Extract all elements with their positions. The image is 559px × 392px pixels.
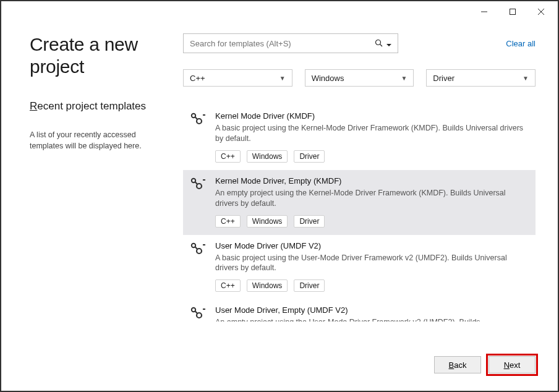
minimize-button[interactable] bbox=[470, 2, 498, 21]
clear-all-link[interactable]: Clear all bbox=[506, 39, 536, 48]
template-body: User Mode Driver, Empty (UMDF V2)An empt… bbox=[215, 305, 528, 322]
svg-point-8 bbox=[197, 119, 202, 124]
svg-marker-6 bbox=[386, 44, 391, 46]
platform-filter[interactable]: Windows ▼ bbox=[305, 69, 414, 87]
driver-icon bbox=[190, 176, 207, 228]
left-column: Create a new project Recent project temp… bbox=[30, 33, 183, 322]
svg-rect-1 bbox=[510, 9, 516, 15]
template-body: User Mode Driver (UMDF V2)A basic projec… bbox=[215, 241, 528, 292]
project-type-filter[interactable]: Driver ▼ bbox=[426, 69, 536, 87]
platform-filter-value: Windows bbox=[312, 74, 344, 83]
close-button[interactable] bbox=[527, 2, 555, 21]
template-tag: C++ bbox=[215, 215, 241, 228]
content-area: Create a new project Recent project temp… bbox=[1, 22, 558, 322]
search-row: Clear all bbox=[183, 33, 536, 53]
project-type-filter-value: Driver bbox=[433, 74, 454, 83]
search-box[interactable] bbox=[183, 33, 398, 53]
language-filter[interactable]: C++ ▼ bbox=[183, 69, 292, 87]
svg-point-4 bbox=[376, 40, 381, 45]
template-tag: C++ bbox=[215, 150, 241, 163]
chevron-down-icon: ▼ bbox=[280, 75, 286, 82]
template-item[interactable]: Kernel Mode Driver (KMDF)A basic project… bbox=[183, 105, 536, 170]
titlebar bbox=[1, 1, 558, 22]
template-title: Kernel Mode Driver (KMDF) bbox=[215, 111, 528, 121]
recent-templates-desc: A list of your recently accessed templat… bbox=[30, 130, 171, 151]
recent-templates-heading: Recent project templates bbox=[30, 100, 171, 113]
template-item[interactable]: Kernel Mode Driver, Empty (KMDF)An empty… bbox=[183, 170, 536, 235]
back-button[interactable]: Back bbox=[434, 356, 481, 373]
template-desc: An empty project using the Kernel-Mode D… bbox=[215, 188, 528, 209]
template-tag: Windows bbox=[247, 279, 288, 292]
right-column: Clear all C++ ▼ Windows ▼ Driver ▼ Kerne… bbox=[183, 33, 536, 322]
minimize-icon bbox=[480, 8, 488, 15]
language-filter-value: C++ bbox=[190, 74, 205, 83]
template-desc: A basic project using the Kernel-Mode Dr… bbox=[215, 123, 528, 144]
template-tag: Windows bbox=[247, 215, 288, 228]
template-title: Kernel Mode Driver, Empty (KMDF) bbox=[215, 176, 528, 185]
svg-line-5 bbox=[380, 45, 383, 47]
template-tags: C++WindowsDriver bbox=[215, 279, 528, 292]
page-title: Create a new project bbox=[30, 33, 171, 78]
template-tag: Driver bbox=[294, 150, 325, 163]
template-tag: C++ bbox=[215, 279, 241, 292]
driver-icon bbox=[190, 111, 207, 163]
driver-icon bbox=[190, 305, 207, 322]
template-title: User Mode Driver, Empty (UMDF V2) bbox=[215, 305, 528, 315]
template-tags: C++WindowsDriver bbox=[215, 150, 528, 163]
svg-point-17 bbox=[197, 313, 202, 318]
template-item[interactable]: User Mode Driver, Empty (UMDF V2)An empt… bbox=[183, 299, 536, 322]
close-icon bbox=[537, 8, 545, 15]
chevron-down-icon: ▼ bbox=[523, 75, 529, 82]
chevron-down-icon: ▼ bbox=[401, 75, 407, 82]
search-dropdown-icon[interactable] bbox=[386, 40, 393, 46]
template-list: Kernel Mode Driver (KMDF)A basic project… bbox=[183, 105, 536, 322]
template-tags: C++WindowsDriver bbox=[215, 215, 528, 228]
template-body: Kernel Mode Driver (KMDF)A basic project… bbox=[215, 111, 528, 163]
template-tag: Driver bbox=[294, 279, 325, 292]
filter-row: C++ ▼ Windows ▼ Driver ▼ bbox=[183, 69, 536, 87]
footer-buttons: Back Next bbox=[434, 356, 536, 373]
next-button[interactable]: Next bbox=[489, 356, 536, 373]
template-item[interactable]: User Mode Driver (UMDF V2)A basic projec… bbox=[183, 235, 536, 300]
template-desc: A basic project using the User-Mode Driv… bbox=[215, 253, 528, 274]
maximize-icon bbox=[509, 8, 516, 15]
driver-icon bbox=[190, 241, 207, 292]
template-body: Kernel Mode Driver, Empty (KMDF)An empty… bbox=[215, 176, 528, 228]
template-desc: An empty project using the User-Mode Dri… bbox=[215, 317, 528, 322]
maximize-button[interactable] bbox=[498, 2, 527, 21]
template-tag: Windows bbox=[247, 150, 288, 163]
template-tag: Driver bbox=[294, 215, 325, 228]
svg-point-11 bbox=[197, 184, 202, 189]
search-input[interactable] bbox=[190, 39, 374, 48]
search-icon[interactable] bbox=[374, 39, 384, 48]
svg-point-14 bbox=[197, 249, 202, 254]
template-title: User Mode Driver (UMDF V2) bbox=[215, 241, 528, 250]
